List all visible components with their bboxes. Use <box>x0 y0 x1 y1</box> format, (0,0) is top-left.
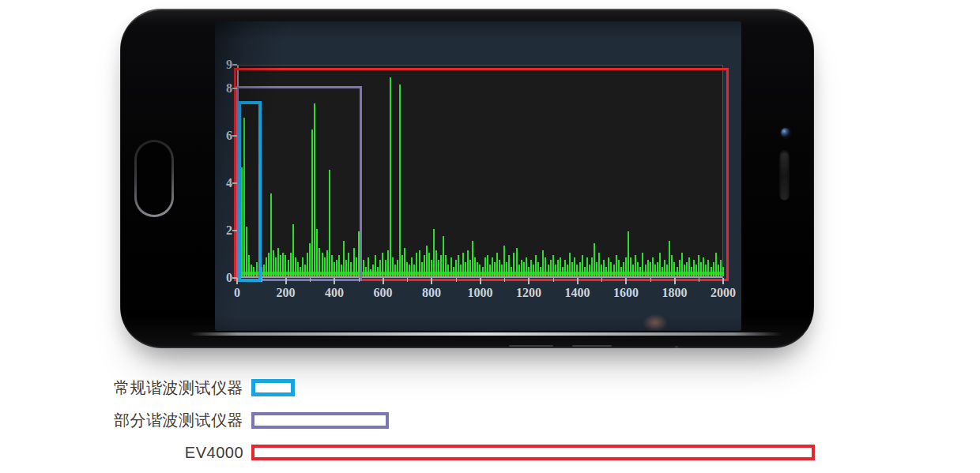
x-axis-minor-tick <box>650 278 651 282</box>
x-axis-tick <box>236 278 238 284</box>
x-axis-label: 600 <box>358 286 409 300</box>
legend-label-partial-tester: 部分谐波测试仪器 <box>95 411 243 430</box>
y-axis-label: 8 <box>215 81 232 96</box>
harmonic-spectrum-chart <box>237 65 723 278</box>
x-axis-tick <box>528 278 530 284</box>
range-box-常规谐波测试仪器 <box>238 101 262 282</box>
y-axis-label: 2 <box>215 223 232 238</box>
x-axis-label: 800 <box>406 286 457 300</box>
x-axis-tick <box>383 278 384 284</box>
x-axis-tick <box>334 278 335 284</box>
y-axis-tick <box>232 64 237 66</box>
earpiece-speaker <box>780 151 789 200</box>
y-axis-label: 6 <box>215 129 232 143</box>
legend-swatch-ev4000 <box>251 445 815 460</box>
home-button <box>134 140 174 217</box>
y-axis-tick <box>232 88 237 89</box>
legend-swatch-partial-tester <box>251 412 389 429</box>
x-axis-minor-tick <box>359 278 360 282</box>
x-axis-label: 1800 <box>650 286 700 300</box>
x-axis-tick <box>577 278 579 284</box>
x-axis-label: 200 <box>261 286 311 300</box>
front-camera-icon <box>781 128 790 137</box>
x-axis-label: 0 <box>215 286 262 300</box>
y-axis-tick <box>232 230 237 231</box>
x-axis-label: 1200 <box>503 286 554 300</box>
x-axis-label: 1600 <box>601 286 651 300</box>
x-axis-tick <box>285 278 287 284</box>
x-axis-minor-tick <box>262 278 262 282</box>
y-axis-label: 4 <box>215 176 232 190</box>
x-axis-tick <box>722 278 724 284</box>
y-axis-tick <box>232 182 237 184</box>
y-axis-tick <box>232 277 237 279</box>
legend-label-conventional-tester: 常规谐波测试仪器 <box>95 378 243 397</box>
x-axis-minor-tick <box>407 278 408 282</box>
y-axis-label: 9 <box>215 58 232 72</box>
side-button-slit <box>572 345 612 347</box>
x-axis-minor-tick <box>456 278 457 282</box>
x-axis-tick <box>674 278 676 284</box>
x-axis-tick <box>480 278 481 284</box>
x-axis-label: 400 <box>309 286 360 300</box>
x-axis-minor-tick <box>601 278 602 282</box>
x-axis-tick <box>625 278 627 284</box>
x-axis-minor-tick <box>699 278 699 282</box>
legend-swatch-conventional-tester <box>251 379 295 396</box>
y-axis-tick <box>232 135 237 137</box>
phone-screen: 0200400600800100012001400160018002000024… <box>215 21 741 331</box>
screen-reflection <box>642 313 669 331</box>
x-axis-tick <box>431 278 432 284</box>
y-axis-label: 0 <box>215 271 232 285</box>
page: 0200400600800100012001400160018002000024… <box>0 0 980 473</box>
x-axis-minor-tick <box>504 278 505 282</box>
x-axis-label: 1400 <box>552 286 603 300</box>
side-button-slit <box>509 345 553 347</box>
x-axis-minor-tick <box>310 278 311 282</box>
x-axis-label: 2000 <box>698 286 741 300</box>
x-axis-label: 1000 <box>455 286 506 300</box>
phone-edge-highlight <box>190 332 782 336</box>
legend-label-ev4000: EV4000 <box>95 443 243 462</box>
phone-body: 0200400600800100012001400160018002000024… <box>120 9 814 348</box>
side-port-dot <box>675 346 678 348</box>
x-axis-minor-tick <box>553 278 554 282</box>
